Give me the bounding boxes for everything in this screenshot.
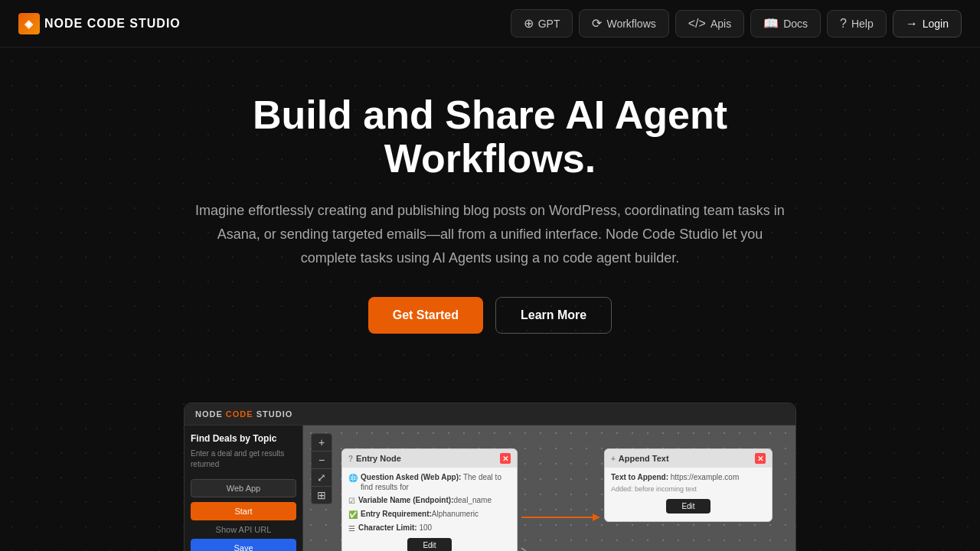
help-label: Help — [851, 18, 874, 30]
entry-req-value: Alphanumeric — [432, 510, 479, 518]
workflows-label: Workflows — [606, 18, 655, 30]
workflow-canvas[interactable]: + − ⤢ ⊞ ? Entry Node — [303, 425, 795, 551]
char-limit-label: Character Limit: — [358, 523, 417, 532]
variable-value: deal_name — [453, 496, 491, 504]
demo-titlebar-logo: NODE CODE STUDIO — [195, 409, 292, 419]
globe-icon: 🌐 — [348, 473, 358, 483]
login-button[interactable]: → Login — [893, 10, 962, 37]
append-node-1-header: + Append Text ✕ — [605, 449, 772, 468]
added-value: before incoming text — [635, 485, 697, 493]
logo-icon: ◈ — [18, 13, 40, 34]
gpt-button[interactable]: ⊕ GPT — [511, 9, 573, 37]
zoom-fit-button[interactable]: ⤢ — [312, 469, 332, 487]
append-node-1-body: Text to Append: https://example.com Adde… — [605, 468, 772, 521]
login-icon: → — [906, 17, 918, 31]
demo-window: NODE CODE STUDIO Find Deals by Topic Ent… — [184, 403, 796, 551]
start-button[interactable]: Start — [191, 502, 296, 520]
learn-more-button[interactable]: Learn More — [495, 297, 612, 334]
help-button[interactable]: ? Help — [827, 10, 887, 37]
zoom-controls: + − ⤢ ⊞ — [311, 433, 332, 504]
entry-variable-row: ☑ Variable Name (Endpoint):deal_name — [348, 495, 511, 506]
entry-node-question-mark: ? — [348, 455, 353, 463]
variable-icon: ☑ — [348, 496, 355, 506]
added-label: Added: — [611, 485, 633, 493]
text-append-label: Text to Append: — [611, 473, 668, 481]
zoom-in-button[interactable]: + — [312, 434, 332, 452]
entry-node: ? Entry Node ✕ 🌐 Question Asked (Web App… — [341, 448, 518, 551]
question-label: Question Asked (Web App): — [361, 473, 461, 481]
login-label: Login — [923, 18, 949, 30]
entry-req-label: Entry Requirement: — [361, 510, 432, 518]
workflows-icon: ⟳ — [592, 16, 602, 31]
append-text-row: Text to Append: https://example.com — [611, 472, 766, 482]
gpt-label: GPT — [538, 18, 560, 30]
web-app-button[interactable]: Web App — [191, 479, 296, 497]
get-started-button[interactable]: Get Started — [368, 297, 483, 334]
append-node-1: + Append Text ✕ Text to Append: https://… — [604, 448, 773, 522]
append-1-edit-button[interactable]: Edit — [666, 499, 710, 514]
req-icon: ✅ — [348, 510, 358, 520]
append-node-1-title: Append Text — [619, 454, 755, 463]
char-icon: ☰ — [348, 523, 355, 533]
entry-edit-button[interactable]: Edit — [407, 538, 451, 551]
gpt-icon: ⊕ — [524, 16, 534, 31]
header: ◈ NODE CODE STUDIO ⊕ GPT ⟳ Workflows </>… — [0, 0, 980, 47]
docs-label: Docs — [783, 18, 808, 30]
docs-button[interactable]: 📖 Docs — [750, 9, 821, 37]
entry-req-row: ✅ Entry Requirement:Alphanumeric — [348, 509, 511, 520]
help-icon: ? — [840, 17, 847, 31]
workflow-desc: Enter a deal and get results returned — [191, 448, 296, 470]
entry-node-header: ? Entry Node ✕ — [342, 449, 517, 468]
main-nav: ⊕ GPT ⟳ Workflows </> Apis 📖 Docs ? Help… — [511, 9, 962, 37]
entry-node-body: 🌐 Question Asked (Web App): The deal to … — [342, 468, 517, 551]
apis-icon: </> — [688, 17, 706, 31]
logo-text: NODE CODE STUDIO — [44, 17, 181, 31]
demo-sidebar: Find Deals by Topic Enter a deal and get… — [185, 425, 303, 551]
text-append-value: https://example.com — [671, 473, 739, 481]
variable-label: Variable Name (Endpoint): — [358, 496, 453, 504]
entry-node-title: Entry Node — [356, 454, 500, 463]
apis-label: Apis — [710, 18, 731, 30]
append-node-1-plus: + — [611, 455, 616, 463]
apis-button[interactable]: </> Apis — [675, 10, 744, 37]
docs-icon: 📖 — [763, 16, 779, 31]
entry-question-row: 🌐 Question Asked (Web App): The deal to … — [348, 472, 511, 492]
char-limit-value: 100 — [419, 523, 432, 532]
hero-subtitle: Imagine effortlessly creating and publis… — [191, 199, 789, 269]
show-api-url-link[interactable]: Show API URL — [191, 525, 296, 534]
workflow-title: Find Deals by Topic — [191, 433, 296, 444]
save-button[interactable]: Save — [191, 539, 296, 551]
hero-buttons: Get Started Learn More — [15, 297, 965, 334]
demo-titlebar: NODE CODE STUDIO — [185, 403, 795, 425]
workflows-button[interactable]: ⟳ Workflows — [579, 9, 668, 37]
entry-node-close[interactable]: ✕ — [500, 453, 511, 464]
zoom-reset-button[interactable]: ⊞ — [312, 487, 332, 504]
hero-section: Build and Share AI Agent Workflows. Imag… — [0, 47, 980, 403]
zoom-out-button[interactable]: − — [312, 452, 332, 469]
demo-body: Find Deals by Topic Enter a deal and get… — [185, 425, 795, 551]
char-limit-row: ☰ Character Limit: 100 — [348, 523, 511, 533]
added-row: Added: before incoming text — [611, 485, 766, 494]
logo: ◈ NODE CODE STUDIO — [18, 13, 181, 34]
append-node-1-close[interactable]: ✕ — [755, 453, 766, 464]
hero-title: Build and Share AI Agent Workflows. — [145, 93, 835, 181]
